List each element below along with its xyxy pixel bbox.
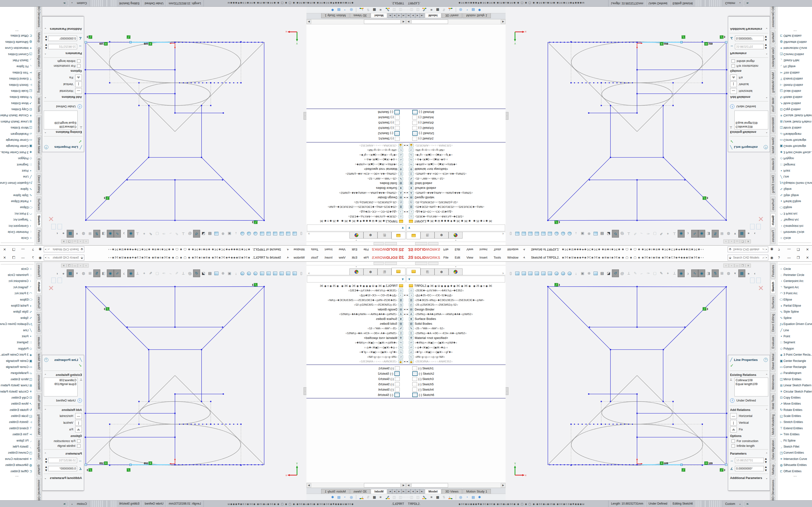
motion-toolbar-icon[interactable]: ▦ xyxy=(371,495,377,499)
option-for-construction[interactable]: For construction xyxy=(728,439,770,444)
tags-book-icon[interactable]: ❧ xyxy=(744,502,751,506)
add-relation-vertical[interactable]: ❘Vertical xyxy=(42,419,84,426)
sketch-line-gray[interactable] xyxy=(637,42,726,131)
freeze-bar[interactable] xyxy=(306,142,406,143)
tabs-overflow-chevron[interactable]: › xyxy=(308,232,310,236)
doc-nav-button[interactable]: ▶ xyxy=(392,489,397,494)
help-circle-icon[interactable]: ? xyxy=(764,358,768,362)
menu-insert[interactable]: Insert xyxy=(321,256,336,259)
horizontal-button[interactable]: — xyxy=(75,413,82,419)
menu-window[interactable]: Window xyxy=(291,248,308,251)
doc-nav-button[interactable]: |◀ xyxy=(401,489,406,494)
tree-item[interactable]: ☆○25ЗЄ✚∘◎ΛѴАФ○∘○ФАѴΛ◎∘✚ЄЗ52○ xyxy=(306,214,406,219)
palette-item-parallelogram[interactable]: ▱Parallelogram xyxy=(777,370,812,376)
user-icon[interactable]: ◉ xyxy=(37,256,44,260)
relation-entry[interactable]: Collinear108 xyxy=(735,125,767,129)
palette-item-fit-spline[interactable]: ◟Fit Spline xyxy=(0,63,35,69)
unit-system-selector[interactable]: Custom▴ xyxy=(68,501,90,507)
motion-toolbar-icon[interactable]: ◫ xyxy=(408,8,415,12)
scroll-left-icon[interactable]: ◀ xyxy=(401,19,406,24)
pin-icon[interactable]: ➤ xyxy=(522,247,526,252)
menu-tools[interactable]: Tools xyxy=(308,248,321,251)
selection-handle[interactable] xyxy=(85,41,87,43)
expand-arrow-icon[interactable]: ▶ xyxy=(406,360,409,362)
palette-item-3-point-arc[interactable]: ◠3 Point Arc xyxy=(777,290,812,296)
palette-item-perimeter-circle[interactable]: ◌Perimeter Circle xyxy=(777,272,812,278)
relation-badge[interactable]: =109 xyxy=(660,462,668,465)
fix-button[interactable]: Ψ xyxy=(75,427,82,433)
spin-down-icon[interactable]: ▼ xyxy=(764,43,768,47)
doc-nav-button[interactable]: ◀ xyxy=(411,489,415,494)
panel-splitter[interactable]: ● xyxy=(406,239,506,242)
palette-item-silhouette-entities[interactable]: ◍Silhouette Entities xyxy=(777,462,812,468)
dimxpert-tab[interactable]: ⊕ xyxy=(435,232,449,238)
spin-up-icon[interactable]: ▲ xyxy=(764,47,768,50)
palette-item-offset-entities[interactable]: ⊏Offset Entities xyxy=(0,468,35,474)
motion-toolbar-icon[interactable]: ◔ xyxy=(464,495,470,499)
palette-item-copy-entities[interactable]: ⊡Copy Entities xyxy=(0,394,35,400)
palette-item-tangent-arc[interactable]: ◝Tangent Arc xyxy=(0,217,35,223)
spin-up-icon[interactable]: ▲ xyxy=(764,457,768,460)
minimize-button[interactable]: — xyxy=(18,248,28,251)
palette-item-3-point-arc[interactable]: ◠3 Point Arc xyxy=(0,211,35,217)
tree-item[interactable]: ◈Surface Bodies xyxy=(306,317,406,321)
selection-handle[interactable] xyxy=(85,464,87,466)
tree-item[interactable]: ▶◔○Д◎✚25∘ЄС○∘○СЄ∘52✚◎Д○ xyxy=(406,293,506,298)
palette-item-tangent-arc[interactable]: ◝Tangent Arc xyxy=(777,284,812,290)
palette-item-center-rectangle[interactable]: ▣Center Rectangle xyxy=(777,143,812,149)
motion-toolbar-icon[interactable]: ✱ xyxy=(329,8,336,12)
add-relation-vertical[interactable]: ❘Vertical xyxy=(42,81,84,88)
tree-filter[interactable]: ▼ xyxy=(406,225,505,231)
displaymanager-tab[interactable] xyxy=(449,269,463,275)
cmd-tab-surfaces[interactable]: Surfaces xyxy=(37,295,41,311)
featuremanager-tab[interactable] xyxy=(392,268,406,275)
cmd-tab-markup[interactable]: Markup xyxy=(771,31,775,44)
palette-item-3-point-center-recta-[interactable]: ◈3 Point Center Recta... xyxy=(777,149,812,155)
tree-item[interactable]: ☆○25ЗЄ✚∘◎ΛѴАФ○∘○ФАѴΛ◎∘✚ЄЗ52○ xyxy=(406,214,506,219)
cmd-tab-evaluate[interactable]: Evaluate xyxy=(771,335,775,350)
palette-item-trim-entities[interactable]: ✂Trim Entities xyxy=(777,69,812,75)
motion-toolbar-icon[interactable]: ◔ xyxy=(464,8,470,12)
restore-button[interactable]: ❐ xyxy=(794,248,803,251)
palette-item-convert-entities[interactable]: ◳Convert Entities xyxy=(0,51,35,57)
search-input[interactable] xyxy=(50,256,80,260)
menu-insert[interactable]: Insert xyxy=(321,248,336,251)
cmd-tab-markup[interactable]: Markup xyxy=(771,463,775,476)
tree-item[interactable]: ⌙○ИΝ∘g∘◎○∘○◎∘g∘ΝИ○ xyxy=(306,148,406,153)
checkbox[interactable] xyxy=(77,444,81,448)
palette-item-circular-sketch-pattern[interactable]: ✳Circular Sketch Pattern xyxy=(777,388,812,394)
doc-nav-button[interactable]: |◀ xyxy=(401,13,406,18)
menu-window[interactable]: Window xyxy=(291,256,308,259)
tree-item[interactable]: ▱○✚Гg∘∙○Ж◉[○∘○]◉Ж○∙∘gГ✚○ xyxy=(306,153,406,157)
relations-listbox[interactable]: Collinear108Equal length109 xyxy=(734,111,768,129)
scrollbar-thumb[interactable] xyxy=(364,19,401,24)
selection-handle[interactable] xyxy=(725,41,727,43)
tree-item[interactable]: ▱○✚ИΝ◎+○Ж◉[○∘○]◉Ж○+◎ΝИ✚○ xyxy=(406,162,506,167)
palette-item-segment[interactable]: ∷Segment xyxy=(0,162,35,168)
sketch-line-gray[interactable] xyxy=(86,42,175,131)
palette-item-sketch-fillet[interactable]: ◞Sketch Fillet xyxy=(777,444,812,450)
motion-toolbar-icon[interactable]: ⇅ xyxy=(365,8,371,12)
dimxpert-tab[interactable]: ⊕ xyxy=(363,269,377,275)
palette-item-parallelogram[interactable]: ▱Parallelogram xyxy=(777,131,812,137)
palette-item-circle[interactable]: ○Circle xyxy=(0,266,35,272)
horizontal-button[interactable]: — xyxy=(730,88,737,94)
motion-toolbar-icon[interactable]: ◫ xyxy=(408,495,415,499)
scrollbar-thumb[interactable] xyxy=(411,19,448,24)
doc-tab-model[interactable]: Model xyxy=(425,489,441,494)
freeze-bar[interactable] xyxy=(406,364,506,365)
cmd-tab-mold-tools[interactable]: Mold Tools xyxy=(37,393,41,411)
add-relation-fix[interactable]: ΨFix xyxy=(728,426,770,433)
cmd-tab-markup[interactable]: Markup xyxy=(37,463,41,476)
palette-item-equation-driven-curve[interactable]: ƒxEquation Driven Curve xyxy=(0,321,35,327)
add-relations-header[interactable]: Add Relations⌃ xyxy=(728,95,770,100)
search-input[interactable] xyxy=(50,248,80,251)
palette-item-offset-entities[interactable]: ⊏Offset Entities xyxy=(0,33,35,39)
palette-item-perimeter-circle[interactable]: ◌Perimeter Circle xyxy=(777,229,812,235)
palette-item-trim-entities[interactable]: ✂Trim Entities xyxy=(0,432,35,438)
cmd-tab-evaluate[interactable]: Evaluate xyxy=(771,157,775,172)
cmd-tab-data-migration[interactable]: Data Migration xyxy=(37,46,41,69)
tree-item[interactable]: Σ○25ИΝ◎∘✚А∩¤ЗЄ○∘○ЄЗ¤∩А✚∘◎ΝИ52○ xyxy=(306,331,406,336)
palette-item-sketch-fillet[interactable]: ◞Sketch Fillet xyxy=(777,57,812,63)
cmd-tab-direct-editing[interactable]: Direct Editing xyxy=(771,173,775,195)
